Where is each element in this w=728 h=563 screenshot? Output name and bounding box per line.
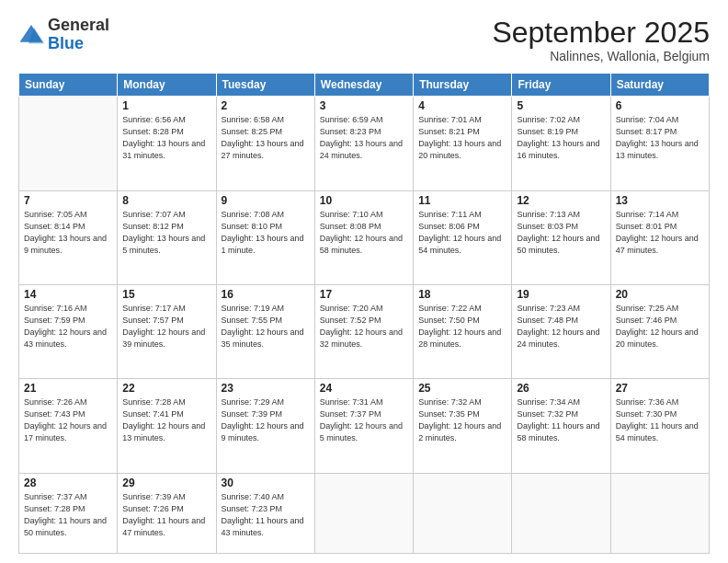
day-info: Sunrise: 6:58 AM Sunset: 8:25 PM Dayligh… bbox=[222, 114, 310, 162]
table-row: 24Sunrise: 7:31 AM Sunset: 7:37 PM Dayli… bbox=[314, 379, 413, 473]
day-info: Sunrise: 6:56 AM Sunset: 8:28 PM Dayligh… bbox=[122, 114, 210, 162]
logo-general-text: General bbox=[48, 16, 109, 34]
day-number: 19 bbox=[517, 288, 605, 301]
table-row: 13Sunrise: 7:14 AM Sunset: 8:01 PM Dayli… bbox=[610, 190, 709, 284]
logo-text: General Blue bbox=[48, 17, 109, 53]
day-info: Sunrise: 7:20 AM Sunset: 7:52 PM Dayligh… bbox=[320, 303, 408, 350]
table-row: 20Sunrise: 7:25 AM Sunset: 7:46 PM Dayli… bbox=[610, 284, 709, 378]
day-number: 17 bbox=[320, 288, 408, 301]
header-row: Sunday Monday Tuesday Wednesday Thursday… bbox=[19, 74, 710, 97]
col-monday: Monday bbox=[118, 74, 216, 97]
day-info: Sunrise: 7:01 AM Sunset: 8:21 PM Dayligh… bbox=[418, 114, 506, 162]
day-info: Sunrise: 7:28 AM Sunset: 7:41 PM Dayligh… bbox=[122, 396, 210, 444]
day-info: Sunrise: 7:08 AM Sunset: 8:10 PM Dayligh… bbox=[222, 209, 310, 257]
table-row: 27Sunrise: 7:36 AM Sunset: 7:30 PM Dayli… bbox=[610, 379, 709, 473]
day-number: 1 bbox=[122, 99, 210, 112]
day-number: 27 bbox=[616, 382, 704, 395]
table-row: 7Sunrise: 7:05 AM Sunset: 8:14 PM Daylig… bbox=[19, 190, 118, 284]
day-number: 25 bbox=[418, 382, 506, 395]
col-sunday: Sunday bbox=[19, 74, 118, 97]
day-info: Sunrise: 7:04 AM Sunset: 8:17 PM Dayligh… bbox=[616, 114, 704, 162]
day-info: Sunrise: 6:59 AM Sunset: 8:23 PM Dayligh… bbox=[320, 114, 408, 162]
day-number: 18 bbox=[418, 288, 506, 301]
day-number: 15 bbox=[122, 288, 210, 301]
day-number: 6 bbox=[616, 99, 704, 112]
day-number: 5 bbox=[517, 99, 605, 112]
table-row: 11Sunrise: 7:11 AM Sunset: 8:06 PM Dayli… bbox=[414, 190, 512, 284]
table-row bbox=[414, 473, 512, 554]
table-row: 29Sunrise: 7:39 AM Sunset: 7:26 PM Dayli… bbox=[118, 473, 216, 554]
day-info: Sunrise: 7:19 AM Sunset: 7:55 PM Dayligh… bbox=[222, 303, 310, 350]
logo-blue-text: Blue bbox=[48, 34, 84, 52]
day-info: Sunrise: 7:25 AM Sunset: 7:46 PM Dayligh… bbox=[616, 303, 704, 350]
table-row bbox=[512, 473, 610, 554]
day-number: 4 bbox=[418, 99, 506, 112]
day-number: 3 bbox=[320, 99, 408, 112]
day-number: 2 bbox=[222, 99, 310, 112]
day-info: Sunrise: 7:26 AM Sunset: 7:43 PM Dayligh… bbox=[24, 396, 112, 444]
day-number: 9 bbox=[222, 194, 310, 207]
day-info: Sunrise: 7:39 AM Sunset: 7:26 PM Dayligh… bbox=[122, 491, 210, 539]
table-row: 16Sunrise: 7:19 AM Sunset: 7:55 PM Dayli… bbox=[216, 284, 314, 378]
logo-icon bbox=[18, 22, 44, 48]
day-number: 21 bbox=[24, 382, 112, 395]
col-thursday: Thursday bbox=[414, 74, 512, 97]
table-row: 22Sunrise: 7:28 AM Sunset: 7:41 PM Dayli… bbox=[118, 379, 216, 473]
day-info: Sunrise: 7:23 AM Sunset: 7:48 PM Dayligh… bbox=[517, 303, 605, 350]
table-row: 12Sunrise: 7:13 AM Sunset: 8:03 PM Dayli… bbox=[512, 190, 610, 284]
table-row: 26Sunrise: 7:34 AM Sunset: 7:32 PM Dayli… bbox=[512, 379, 610, 473]
day-info: Sunrise: 7:29 AM Sunset: 7:39 PM Dayligh… bbox=[222, 396, 310, 444]
day-number: 20 bbox=[616, 288, 704, 301]
day-info: Sunrise: 7:32 AM Sunset: 7:35 PM Dayligh… bbox=[418, 396, 506, 444]
table-row: 10Sunrise: 7:10 AM Sunset: 8:08 PM Dayli… bbox=[314, 190, 413, 284]
day-number: 28 bbox=[24, 477, 112, 489]
table-row: 18Sunrise: 7:22 AM Sunset: 7:50 PM Dayli… bbox=[414, 284, 512, 378]
day-number: 22 bbox=[122, 382, 210, 395]
table-row: 3Sunrise: 6:59 AM Sunset: 8:23 PM Daylig… bbox=[314, 97, 413, 190]
table-row: 15Sunrise: 7:17 AM Sunset: 7:57 PM Dayli… bbox=[118, 284, 216, 378]
day-number: 30 bbox=[222, 477, 310, 489]
day-number: 13 bbox=[616, 194, 704, 207]
day-number: 16 bbox=[222, 288, 310, 301]
table-row: 28Sunrise: 7:37 AM Sunset: 7:28 PM Dayli… bbox=[19, 473, 118, 554]
table-row: 17Sunrise: 7:20 AM Sunset: 7:52 PM Dayli… bbox=[314, 284, 413, 378]
location-subtitle: Nalinnes, Wallonia, Belgium bbox=[492, 49, 710, 63]
table-row: 25Sunrise: 7:32 AM Sunset: 7:35 PM Dayli… bbox=[414, 379, 512, 473]
day-info: Sunrise: 7:31 AM Sunset: 7:37 PM Dayligh… bbox=[320, 396, 408, 444]
day-number: 10 bbox=[320, 194, 408, 207]
day-number: 23 bbox=[222, 382, 310, 395]
day-info: Sunrise: 7:11 AM Sunset: 8:06 PM Dayligh… bbox=[418, 209, 506, 257]
day-info: Sunrise: 7:37 AM Sunset: 7:28 PM Dayligh… bbox=[24, 491, 112, 539]
table-row bbox=[314, 473, 413, 554]
table-row: 19Sunrise: 7:23 AM Sunset: 7:48 PM Dayli… bbox=[512, 284, 610, 378]
page: General Blue September 2025 Nalinnes, Wa… bbox=[0, 0, 728, 563]
table-row: 9Sunrise: 7:08 AM Sunset: 8:10 PM Daylig… bbox=[216, 190, 314, 284]
day-number: 26 bbox=[517, 382, 605, 395]
col-saturday: Saturday bbox=[610, 74, 709, 97]
logo: General Blue bbox=[18, 17, 109, 53]
table-row: 4Sunrise: 7:01 AM Sunset: 8:21 PM Daylig… bbox=[414, 97, 512, 190]
table-row: 2Sunrise: 6:58 AM Sunset: 8:25 PM Daylig… bbox=[216, 97, 314, 190]
day-info: Sunrise: 7:22 AM Sunset: 7:50 PM Dayligh… bbox=[418, 303, 506, 350]
col-tuesday: Tuesday bbox=[216, 74, 314, 97]
table-row: 8Sunrise: 7:07 AM Sunset: 8:12 PM Daylig… bbox=[118, 190, 216, 284]
day-info: Sunrise: 7:13 AM Sunset: 8:03 PM Dayligh… bbox=[517, 209, 605, 257]
day-info: Sunrise: 7:36 AM Sunset: 7:30 PM Dayligh… bbox=[616, 396, 704, 444]
col-wednesday: Wednesday bbox=[314, 74, 413, 97]
table-row: 6Sunrise: 7:04 AM Sunset: 8:17 PM Daylig… bbox=[610, 97, 709, 190]
day-info: Sunrise: 7:10 AM Sunset: 8:08 PM Dayligh… bbox=[320, 209, 408, 257]
table-row: 1Sunrise: 6:56 AM Sunset: 8:28 PM Daylig… bbox=[118, 97, 216, 190]
table-row: 23Sunrise: 7:29 AM Sunset: 7:39 PM Dayli… bbox=[216, 379, 314, 473]
col-friday: Friday bbox=[512, 74, 610, 97]
day-info: Sunrise: 7:34 AM Sunset: 7:32 PM Dayligh… bbox=[517, 396, 605, 444]
day-number: 29 bbox=[122, 477, 210, 489]
day-info: Sunrise: 7:17 AM Sunset: 7:57 PM Dayligh… bbox=[122, 303, 210, 350]
day-number: 11 bbox=[418, 194, 506, 207]
table-row: 21Sunrise: 7:26 AM Sunset: 7:43 PM Dayli… bbox=[19, 379, 118, 473]
day-number: 8 bbox=[122, 194, 210, 207]
day-info: Sunrise: 7:07 AM Sunset: 8:12 PM Dayligh… bbox=[122, 209, 210, 257]
title-block: September 2025 Nalinnes, Wallonia, Belgi… bbox=[492, 17, 710, 63]
day-info: Sunrise: 7:05 AM Sunset: 8:14 PM Dayligh… bbox=[24, 209, 112, 257]
day-number: 24 bbox=[320, 382, 408, 395]
calendar-table: Sunday Monday Tuesday Wednesday Thursday… bbox=[18, 73, 710, 554]
